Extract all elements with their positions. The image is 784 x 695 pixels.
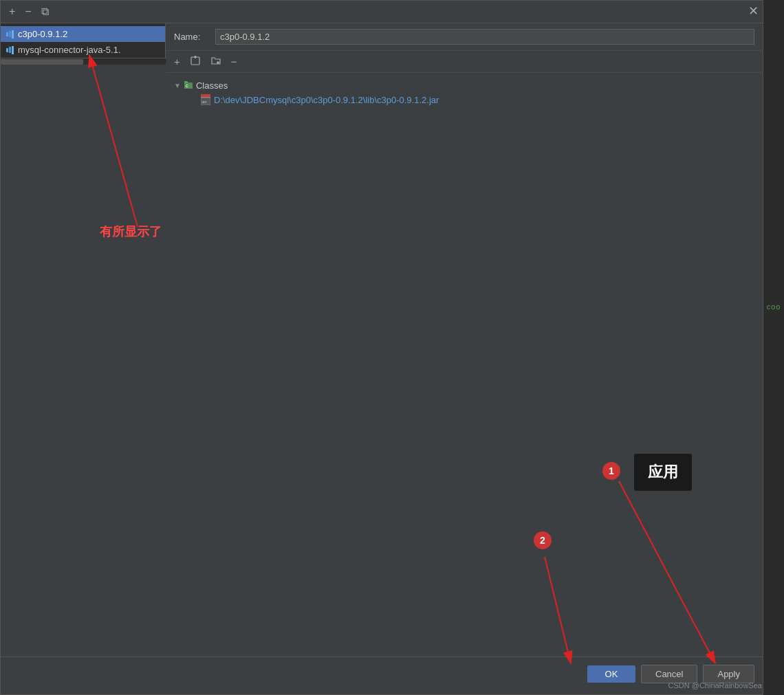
library-icon-mysql [6,46,14,54]
tree-toggle-classes[interactable]: ▼ [174,82,181,89]
tree-node-jar: JAR D:\dev\JDBCmysql\c3p0\c3p0-0.9.1.2\l… [174,93,754,107]
svg-rect-6 [184,81,188,83]
library-label-c3p0: c3p0-0.9.1.2 [18,29,67,39]
name-label: Name: [174,32,208,42]
svg-rect-10 [201,97,210,98]
tree-node-classes: ▼ C Classes [174,78,754,93]
copy-library-button[interactable]: ⧉ [39,5,52,19]
close-button[interactable]: ✕ [748,5,759,17]
classes-folder-icon: C [184,80,193,91]
dialog-container: ✕ + − ⧉ c3p0-0.9.1.2 [0,0,763,695]
library-label-mysql: mysql-connector-java-5.1. [18,45,121,55]
add-jar-button[interactable] [187,54,204,69]
add-library-button[interactable]: + [6,5,18,19]
name-input[interactable] [215,29,754,45]
add-folder-button[interactable] [208,54,224,69]
apply-button[interactable]: Apply [703,665,754,683]
library-list: c3p0-0.9.1.2 mysql-connector-java-5.1. [1,23,166,58]
svg-text:C: C [186,84,188,88]
svg-text:JAR: JAR [202,100,207,104]
classes-label: Classes [196,80,228,91]
content-area: c3p0-0.9.1.2 mysql-connector-java-5.1. [1,23,763,657]
svg-rect-9 [201,94,210,97]
library-icon-c3p0 [6,30,14,38]
remove-entry-button[interactable]: − [228,54,240,69]
scrollbar-thumb [1,59,83,65]
jar-file-icon: JAR [200,94,211,105]
jar-path-label: D:\dev\JDBCmysql\c3p0\c3p0-0.9.1.2\lib\c… [214,95,439,105]
right-strip: coo [763,0,784,695]
ok-button[interactable]: OK [587,665,635,683]
horizontal-scrollbar[interactable] [1,58,166,65]
right-panel: Name: + [166,23,763,657]
library-item-c3p0[interactable]: c3p0-0.9.1.2 [1,26,165,42]
cancel-button[interactable]: Cancel [641,665,697,683]
tree-area: ▼ C Classes [166,73,763,657]
add-entry-button[interactable]: + [171,54,183,69]
name-row: Name: [166,23,763,51]
toolbar: + − ⧉ [1,1,763,23]
add-folder-icon [210,55,221,66]
add-jar-icon [190,55,201,66]
library-item-mysql[interactable]: mysql-connector-java-5.1. [1,42,165,58]
bottom-bar: OK Cancel Apply [1,657,763,691]
remove-library-button[interactable]: − [22,5,34,19]
watermark: CSDN @ChinaRainbowSea [668,681,762,690]
right-strip-label: coo [767,302,781,311]
sub-toolbar: + − [166,51,763,73]
